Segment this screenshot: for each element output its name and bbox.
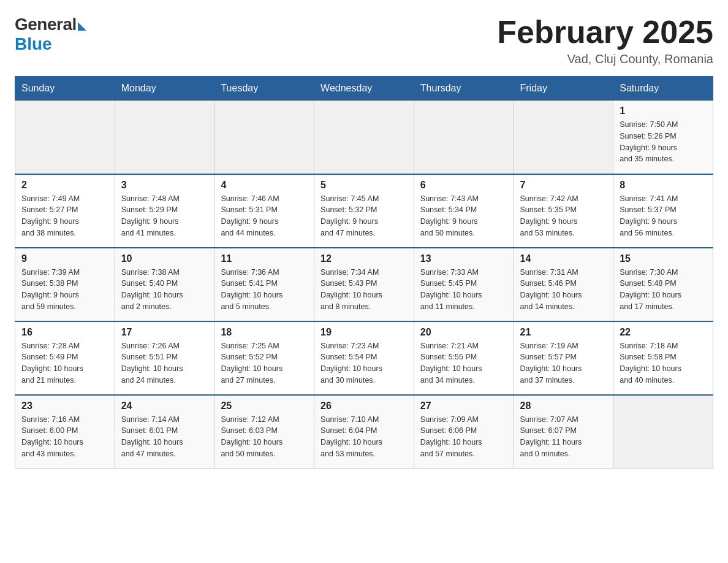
day-info: Sunrise: 7:28 AM Sunset: 5:49 PM Dayligh… xyxy=(21,340,108,386)
calendar-cell: 20Sunrise: 7:21 AM Sunset: 5:55 PM Dayli… xyxy=(414,321,514,395)
calendar-cell: 19Sunrise: 7:23 AM Sunset: 5:54 PM Dayli… xyxy=(314,321,414,395)
day-info: Sunrise: 7:41 AM Sunset: 5:37 PM Dayligh… xyxy=(620,193,707,239)
calendar-cell xyxy=(15,101,115,174)
logo-blue-text: Blue xyxy=(15,34,52,54)
day-info: Sunrise: 7:50 AM Sunset: 5:26 PM Dayligh… xyxy=(620,119,707,165)
calendar-cell: 9Sunrise: 7:39 AM Sunset: 5:38 PM Daylig… xyxy=(15,248,115,321)
day-number: 25 xyxy=(221,400,308,412)
calendar-week-row: 16Sunrise: 7:28 AM Sunset: 5:49 PM Dayli… xyxy=(15,321,713,395)
day-number: 6 xyxy=(420,180,507,191)
calendar-cell: 17Sunrise: 7:26 AM Sunset: 5:51 PM Dayli… xyxy=(115,321,214,395)
day-number: 11 xyxy=(221,253,308,264)
page-header: General Blue February 2025 Vad, Cluj Cou… xyxy=(15,15,713,66)
calendar-cell: 12Sunrise: 7:34 AM Sunset: 5:43 PM Dayli… xyxy=(314,248,414,321)
day-number: 17 xyxy=(121,327,208,338)
calendar-cell: 26Sunrise: 7:10 AM Sunset: 6:04 PM Dayli… xyxy=(314,395,414,469)
calendar-cell: 22Sunrise: 7:18 AM Sunset: 5:58 PM Dayli… xyxy=(613,321,713,395)
day-info: Sunrise: 7:19 AM Sunset: 5:57 PM Dayligh… xyxy=(520,340,607,386)
day-number: 13 xyxy=(420,253,507,264)
day-number: 18 xyxy=(221,327,308,338)
day-header-thursday: Thursday xyxy=(414,77,514,101)
day-number: 1 xyxy=(620,105,707,117)
calendar-cell: 4Sunrise: 7:46 AM Sunset: 5:31 PM Daylig… xyxy=(214,174,314,248)
logo: General Blue xyxy=(15,15,86,54)
calendar-cell: 1Sunrise: 7:50 AM Sunset: 5:26 PM Daylig… xyxy=(613,101,713,174)
day-number: 3 xyxy=(121,180,208,191)
day-info: Sunrise: 7:21 AM Sunset: 5:55 PM Dayligh… xyxy=(420,340,507,386)
calendar-cell: 10Sunrise: 7:38 AM Sunset: 5:40 PM Dayli… xyxy=(115,248,214,321)
calendar-cell: 6Sunrise: 7:43 AM Sunset: 5:34 PM Daylig… xyxy=(414,174,514,248)
calendar-subtitle: Vad, Cluj County, Romania xyxy=(497,52,713,66)
day-number: 22 xyxy=(620,327,707,338)
calendar-cell: 15Sunrise: 7:30 AM Sunset: 5:48 PM Dayli… xyxy=(613,248,713,321)
day-info: Sunrise: 7:43 AM Sunset: 5:34 PM Dayligh… xyxy=(420,193,507,239)
day-number: 5 xyxy=(320,180,408,191)
day-number: 28 xyxy=(520,400,607,412)
day-number: 20 xyxy=(420,327,507,338)
day-number: 2 xyxy=(21,180,108,191)
day-info: Sunrise: 7:48 AM Sunset: 5:29 PM Dayligh… xyxy=(121,193,208,239)
day-info: Sunrise: 7:38 AM Sunset: 5:40 PM Dayligh… xyxy=(121,267,208,313)
day-number: 14 xyxy=(520,253,607,264)
day-number: 10 xyxy=(121,253,208,264)
day-number: 4 xyxy=(221,180,308,191)
day-number: 19 xyxy=(320,327,408,338)
calendar-cell: 11Sunrise: 7:36 AM Sunset: 5:41 PM Dayli… xyxy=(214,248,314,321)
calendar-cell: 27Sunrise: 7:09 AM Sunset: 6:06 PM Dayli… xyxy=(414,395,514,469)
day-info: Sunrise: 7:09 AM Sunset: 6:06 PM Dayligh… xyxy=(420,414,507,460)
calendar-cell xyxy=(613,395,713,469)
day-number: 21 xyxy=(520,327,607,338)
calendar-table: SundayMondayTuesdayWednesdayThursdayFrid… xyxy=(15,76,713,469)
day-header-friday: Friday xyxy=(514,77,613,101)
day-info: Sunrise: 7:25 AM Sunset: 5:52 PM Dayligh… xyxy=(221,340,308,386)
calendar-cell: 23Sunrise: 7:16 AM Sunset: 6:00 PM Dayli… xyxy=(15,395,115,469)
day-header-tuesday: Tuesday xyxy=(214,77,314,101)
logo-general-text: General xyxy=(15,15,77,34)
calendar-week-row: 2Sunrise: 7:49 AM Sunset: 5:27 PM Daylig… xyxy=(15,174,713,248)
calendar-cell: 7Sunrise: 7:42 AM Sunset: 5:35 PM Daylig… xyxy=(514,174,613,248)
day-header-sunday: Sunday xyxy=(15,77,115,101)
day-number: 12 xyxy=(320,253,408,264)
day-info: Sunrise: 7:31 AM Sunset: 5:46 PM Dayligh… xyxy=(520,267,607,313)
day-info: Sunrise: 7:18 AM Sunset: 5:58 PM Dayligh… xyxy=(620,340,707,386)
day-number: 23 xyxy=(21,400,108,412)
day-info: Sunrise: 7:30 AM Sunset: 5:48 PM Dayligh… xyxy=(620,267,707,313)
day-info: Sunrise: 7:23 AM Sunset: 5:54 PM Dayligh… xyxy=(320,340,408,386)
calendar-cell: 16Sunrise: 7:28 AM Sunset: 5:49 PM Dayli… xyxy=(15,321,115,395)
day-number: 7 xyxy=(520,180,607,191)
calendar-cell: 5Sunrise: 7:45 AM Sunset: 5:32 PM Daylig… xyxy=(314,174,414,248)
day-info: Sunrise: 7:33 AM Sunset: 5:45 PM Dayligh… xyxy=(420,267,507,313)
calendar-cell: 24Sunrise: 7:14 AM Sunset: 6:01 PM Dayli… xyxy=(115,395,214,469)
day-info: Sunrise: 7:49 AM Sunset: 5:27 PM Dayligh… xyxy=(21,193,108,239)
day-info: Sunrise: 7:26 AM Sunset: 5:51 PM Dayligh… xyxy=(121,340,208,386)
day-number: 24 xyxy=(121,400,208,412)
calendar-cell: 25Sunrise: 7:12 AM Sunset: 6:03 PM Dayli… xyxy=(214,395,314,469)
day-number: 15 xyxy=(620,253,707,264)
day-info: Sunrise: 7:16 AM Sunset: 6:00 PM Dayligh… xyxy=(21,414,108,460)
calendar-cell xyxy=(214,101,314,174)
calendar-week-row: 1Sunrise: 7:50 AM Sunset: 5:26 PM Daylig… xyxy=(15,101,713,174)
day-header-monday: Monday xyxy=(115,77,214,101)
day-info: Sunrise: 7:36 AM Sunset: 5:41 PM Dayligh… xyxy=(221,267,308,313)
day-info: Sunrise: 7:12 AM Sunset: 6:03 PM Dayligh… xyxy=(221,414,308,460)
logo-arrow-icon xyxy=(78,22,86,31)
day-info: Sunrise: 7:10 AM Sunset: 6:04 PM Dayligh… xyxy=(320,414,408,460)
calendar-cell: 3Sunrise: 7:48 AM Sunset: 5:29 PM Daylig… xyxy=(115,174,214,248)
day-info: Sunrise: 7:14 AM Sunset: 6:01 PM Dayligh… xyxy=(121,414,208,460)
day-info: Sunrise: 7:34 AM Sunset: 5:43 PM Dayligh… xyxy=(320,267,408,313)
calendar-week-row: 9Sunrise: 7:39 AM Sunset: 5:38 PM Daylig… xyxy=(15,248,713,321)
calendar-header-row: SundayMondayTuesdayWednesdayThursdayFrid… xyxy=(15,77,713,101)
day-number: 9 xyxy=(21,253,108,264)
calendar-cell xyxy=(115,101,214,174)
title-section: February 2025 Vad, Cluj County, Romania xyxy=(497,15,713,66)
calendar-cell xyxy=(414,101,514,174)
calendar-cell: 18Sunrise: 7:25 AM Sunset: 5:52 PM Dayli… xyxy=(214,321,314,395)
day-info: Sunrise: 7:42 AM Sunset: 5:35 PM Dayligh… xyxy=(520,193,607,239)
day-header-saturday: Saturday xyxy=(613,77,713,101)
calendar-cell: 13Sunrise: 7:33 AM Sunset: 5:45 PM Dayli… xyxy=(414,248,514,321)
day-info: Sunrise: 7:45 AM Sunset: 5:32 PM Dayligh… xyxy=(320,193,408,239)
day-info: Sunrise: 7:07 AM Sunset: 6:07 PM Dayligh… xyxy=(520,414,607,460)
calendar-cell: 8Sunrise: 7:41 AM Sunset: 5:37 PM Daylig… xyxy=(613,174,713,248)
day-number: 16 xyxy=(21,327,108,338)
day-number: 27 xyxy=(420,400,507,412)
